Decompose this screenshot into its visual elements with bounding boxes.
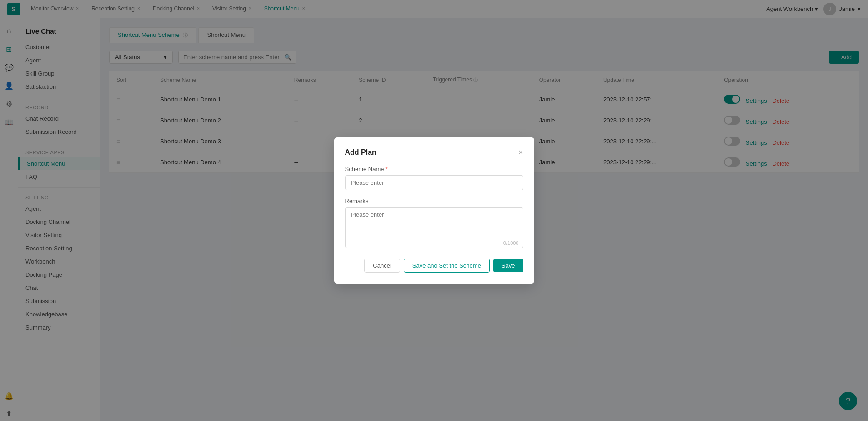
- save-and-set-scheme-button[interactable]: Save and Set the Scheme: [404, 259, 490, 273]
- save-button[interactable]: Save: [493, 259, 523, 272]
- remarks-group: Remarks 0/1000: [345, 198, 523, 249]
- scheme-name-input[interactable]: [345, 175, 523, 190]
- remarks-label: Remarks: [345, 198, 523, 204]
- remarks-textarea-wrap: 0/1000: [345, 207, 523, 249]
- add-plan-modal: Add Plan × Scheme Name * Remarks 0/1000 …: [334, 137, 534, 284]
- modal-overlay[interactable]: Add Plan × Scheme Name * Remarks 0/1000 …: [0, 0, 868, 421]
- close-icon[interactable]: ×: [518, 148, 523, 157]
- scheme-name-group: Scheme Name *: [345, 166, 523, 190]
- remarks-textarea[interactable]: [345, 207, 523, 248]
- modal-title: Add Plan: [345, 148, 376, 157]
- cancel-button[interactable]: Cancel: [364, 259, 400, 273]
- modal-footer: Cancel Save and Set the Scheme Save: [345, 259, 523, 273]
- required-indicator: *: [385, 166, 387, 172]
- scheme-name-label: Scheme Name *: [345, 166, 523, 172]
- modal-header: Add Plan ×: [345, 148, 523, 157]
- char-count: 0/1000: [503, 240, 519, 246]
